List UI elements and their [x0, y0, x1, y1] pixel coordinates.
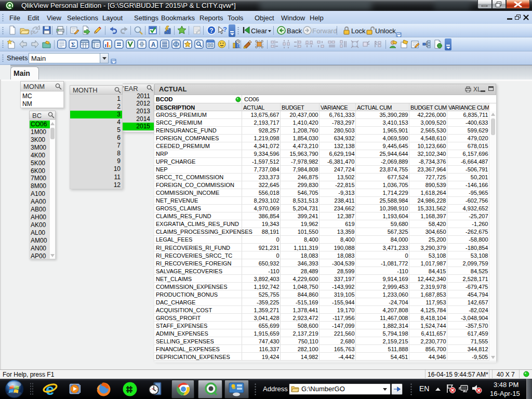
svg-text:e: e	[46, 381, 55, 397]
svg-text:?: ?	[209, 27, 213, 34]
svg-text:A: A	[151, 41, 156, 48]
svg-text:Σ: Σ	[71, 41, 76, 48]
svg-text:?: ?	[223, 25, 227, 33]
